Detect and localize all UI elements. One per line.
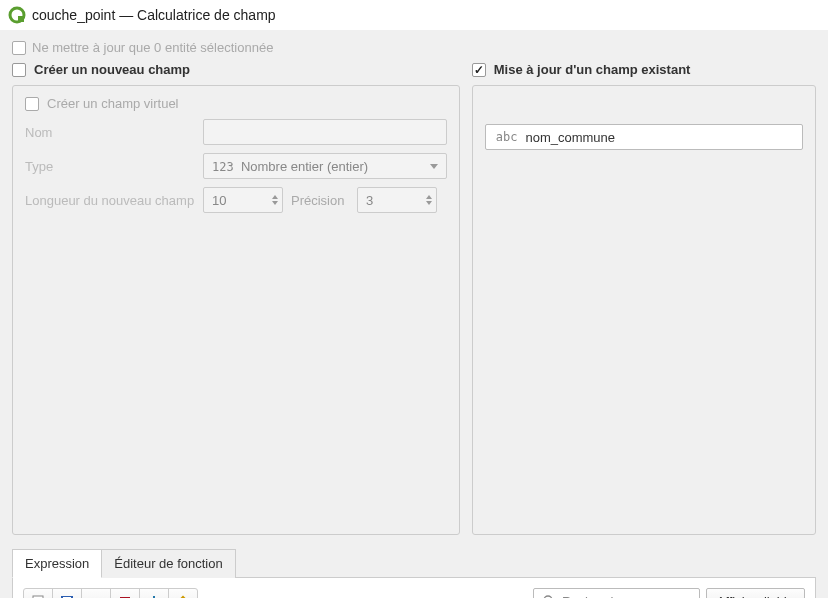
export-icon[interactable] [168,588,198,598]
update-field-title: Mise à jour d'un champ existant [494,62,691,77]
length-spinner: 10 [203,187,283,213]
precision-spinner: 3 [357,187,437,213]
tab-function-editor[interactable]: Éditeur de fonction [101,549,235,578]
only-selected-checkbox[interactable] [12,41,26,55]
search-icon [542,594,556,598]
title-bar: couche_point — Calculatrice de champ [0,0,828,30]
only-selected-label: Ne mettre à jour que 0 entité sélectionn… [32,40,273,55]
import-icon[interactable] [139,588,169,598]
svg-rect-1 [18,16,24,22]
save-icon[interactable] [52,588,82,598]
length-label: Longueur du nouveau champ [25,193,195,208]
type-label: Type [25,159,195,174]
new-icon[interactable] [23,588,53,598]
virtual-field-checkbox [25,97,39,111]
type-combo: 123 Nombre entier (entier) [203,153,447,179]
window-title: couche_point — Calculatrice de champ [32,7,276,23]
edit-icon[interactable] [81,588,111,598]
show-help-button[interactable]: Afficher l'aide [706,588,805,598]
update-field-value: nom_commune [525,130,615,145]
update-field-panel: abc nom_commune [472,85,816,535]
delete-icon[interactable] [110,588,140,598]
create-field-panel: Créer un champ virtuel Nom Type 123 Nomb… [12,85,460,535]
create-field-checkbox[interactable] [12,63,26,77]
expression-toolbar [23,588,523,598]
qgis-icon [8,6,26,24]
virtual-field-label: Créer un champ virtuel [47,96,179,111]
function-search-input[interactable]: Rechercher… [533,588,700,598]
precision-label: Précision [291,193,349,208]
update-field-checkbox[interactable] [472,63,486,77]
update-field-combo[interactable]: abc nom_commune [485,124,803,150]
name-input [203,119,447,145]
name-label: Nom [25,125,195,140]
create-field-title: Créer un nouveau champ [34,62,190,77]
tab-expression[interactable]: Expression [12,549,102,578]
chevron-down-icon [430,164,438,169]
